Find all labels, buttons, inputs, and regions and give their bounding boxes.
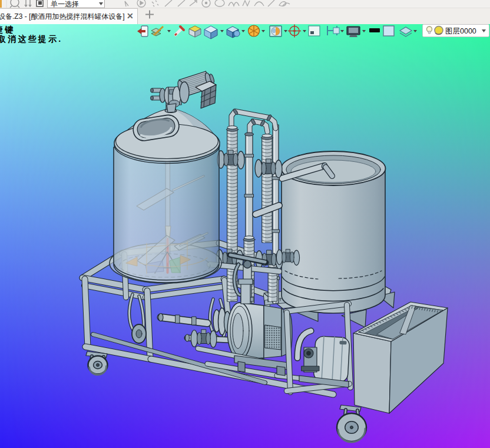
svg-text:单一选择: 单一选择 — [51, 0, 79, 8]
svg-text:图层0000: 图层0000 — [445, 27, 476, 35]
